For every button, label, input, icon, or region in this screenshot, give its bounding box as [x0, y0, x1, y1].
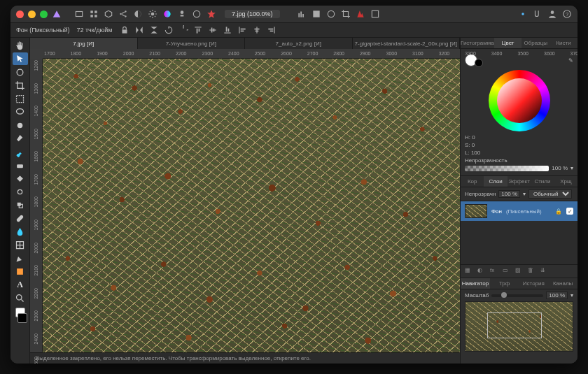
quick-mask-icon[interactable] — [370, 9, 380, 19]
ruler-vertical: 1200130014001500160017001800190020002100… — [30, 59, 43, 352]
lock-icon[interactable]: 🔒 — [555, 208, 562, 215]
color-wheel[interactable] — [489, 70, 550, 131]
selection-refine-icon[interactable] — [356, 9, 365, 19]
ctx-align-middle-icon[interactable] — [207, 25, 218, 35]
swatches-icon[interactable] — [312, 9, 321, 19]
tab-color[interactable]: Цвет — [494, 38, 522, 48]
account-icon[interactable] — [547, 9, 557, 19]
svg-rect-41 — [270, 31, 274, 32]
tab-styles[interactable]: Стили — [531, 176, 554, 187]
crop-tool-icon[interactable] — [13, 79, 28, 92]
help-icon[interactable]: ? — [562, 9, 572, 19]
contrast-icon[interactable] — [133, 9, 143, 19]
opacity-slider[interactable] — [465, 166, 549, 171]
clone-tool-icon[interactable] — [13, 199, 28, 211]
svg-rect-33 — [239, 27, 240, 33]
color-picker-tool-icon[interactable] — [13, 66, 28, 78]
healing-tool-icon[interactable] — [13, 212, 28, 224]
background-swatch[interactable] — [18, 313, 27, 323]
ctx-flip-h-icon[interactable] — [134, 25, 145, 35]
stamp-icon[interactable] — [177, 9, 187, 19]
paint-brush-tool-icon[interactable] — [13, 145, 28, 158]
blur-tool-icon[interactable] — [13, 225, 28, 238]
sun-icon[interactable] — [148, 9, 158, 19]
erase-tool-icon[interactable] — [13, 159, 28, 171]
navigator-preview[interactable] — [465, 301, 573, 352]
document-tab[interactable]: 7.jpg [И] — [30, 38, 138, 49]
ctx-rotate-cw-icon[interactable] — [178, 25, 189, 35]
ctx-rotate-ccw-icon[interactable] — [163, 25, 174, 35]
document-tab[interactable]: 7_auto_x2.png [И] — [245, 38, 353, 49]
text-tool-icon[interactable]: A — [13, 278, 28, 291]
tab-stock[interactable]: Хрщ — [554, 176, 578, 187]
ctx-flip-v-icon[interactable] — [148, 25, 160, 35]
eyedropper-icon[interactable]: ✎ — [568, 57, 573, 64]
selection-brush-tool-icon[interactable] — [13, 119, 28, 131]
pen-tool-icon[interactable] — [13, 252, 28, 264]
move-tool-icon[interactable] — [13, 52, 28, 65]
zoom-slider[interactable] — [491, 294, 543, 297]
layer-opacity-value[interactable]: 100 % — [498, 190, 520, 198]
zoom-value[interactable]: 100 % — [546, 292, 568, 299]
shape-tool-icon[interactable] — [13, 265, 28, 278]
close-window-button[interactable] — [16, 10, 24, 18]
opacity-dropdown-icon[interactable]: ▾ — [570, 165, 573, 171]
flood-select-tool-icon[interactable] — [13, 132, 28, 145]
layer-row[interactable]: Фон (Пиксельный) 🔒 ✓ — [461, 201, 578, 221]
color-swatch[interactable] — [13, 308, 27, 323]
adjustment-icon[interactable]: ◐ — [477, 267, 486, 275]
fx-icon[interactable] — [192, 9, 202, 19]
snapping-icon[interactable] — [533, 9, 542, 19]
maximize-window-button[interactable] — [40, 10, 48, 18]
fill-tool-icon[interactable] — [13, 172, 28, 185]
color-wheel-icon[interactable] — [162, 9, 172, 19]
document-tab[interactable]: 7-gigapixel-standard-scale-2_00x.png [И] — [353, 38, 461, 49]
tab-transform[interactable]: Трф — [490, 278, 519, 289]
document-tab[interactable]: 7-Улучшено.png [И] — [138, 38, 246, 49]
minimize-window-button[interactable] — [28, 10, 36, 18]
tab-histogram[interactable]: Гистограмма — [461, 38, 494, 48]
merge-icon[interactable]: ⇊ — [540, 267, 549, 275]
tab-channels[interactable]: Каналы — [548, 278, 578, 289]
tab-swatches[interactable]: Образцы — [522, 38, 550, 48]
secondary-color-swatch[interactable] — [475, 59, 483, 67]
tab-adjustments[interactable]: Кор — [461, 176, 484, 187]
dodge-tool-icon[interactable] — [13, 185, 28, 198]
mask-icon[interactable]: ▦ — [465, 267, 473, 275]
cube-icon[interactable] — [104, 9, 113, 19]
blend-mode-select[interactable]: Обычный — [528, 189, 572, 199]
auto-icon[interactable] — [206, 9, 216, 19]
canvas[interactable] — [43, 59, 460, 352]
lasso-tool-icon[interactable] — [13, 106, 28, 118]
zoom-dropdown-icon[interactable]: ▾ — [570, 292, 573, 299]
ctx-align-left-icon[interactable] — [237, 25, 248, 35]
add-layer-icon[interactable]: ▧ — [515, 267, 524, 275]
layer-visible-checkbox[interactable]: ✓ — [566, 208, 573, 215]
mesh-warp-tool-icon[interactable] — [13, 238, 28, 251]
svg-rect-40 — [269, 29, 274, 30]
adjustments-icon[interactable] — [326, 9, 336, 19]
group-icon[interactable]: ▭ — [503, 267, 511, 275]
histogram-icon[interactable] — [297, 9, 307, 19]
share-icon[interactable] — [118, 9, 128, 19]
ctx-align-right-icon[interactable] — [266, 25, 277, 35]
crop-icon[interactable] — [341, 9, 351, 19]
delete-layer-icon[interactable]: 🗑 — [528, 267, 536, 275]
ctx-align-bottom-icon[interactable] — [222, 25, 233, 35]
tab-navigator[interactable]: Навигатор — [461, 278, 490, 289]
ctx-lock-icon[interactable] — [119, 25, 130, 35]
marquee-tool-icon[interactable] — [13, 92, 28, 105]
hand-tool-icon[interactable] — [13, 39, 28, 52]
grid-icon[interactable] — [89, 9, 99, 19]
tab-history[interactable]: История — [519, 278, 549, 289]
tab-layers[interactable]: Слои — [484, 176, 507, 187]
fx-layer-icon[interactable]: fx — [490, 267, 498, 275]
tab-brushes[interactable]: Кисти — [550, 38, 578, 48]
ctx-align-center-icon[interactable] — [251, 25, 262, 35]
tab-effects[interactable]: Эффект — [507, 176, 531, 187]
assistant-icon[interactable] — [518, 9, 528, 19]
ctx-align-top-icon[interactable] — [192, 25, 204, 35]
file-open-icon[interactable] — [74, 9, 84, 19]
zoom-tool-icon[interactable] — [13, 292, 28, 304]
color-panel-tabs: Гистограмма Цвет Образцы Кисти — [461, 38, 578, 49]
